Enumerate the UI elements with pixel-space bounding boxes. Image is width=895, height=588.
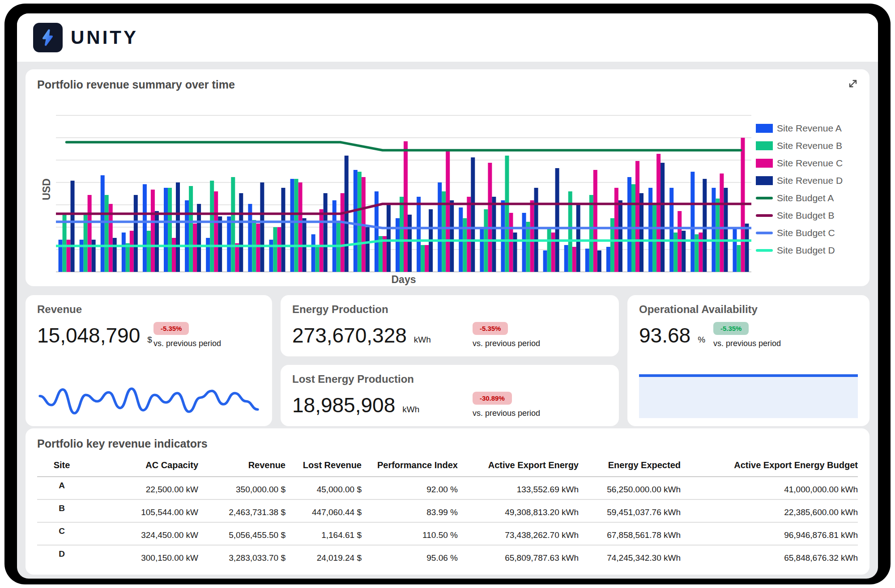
expand-diagonal-icon <box>847 77 859 90</box>
bar <box>513 233 517 272</box>
bar <box>151 190 155 272</box>
bar <box>547 229 551 272</box>
bar <box>627 177 631 272</box>
legend-item-site-budget-b[interactable]: Site Budget B <box>756 210 858 221</box>
bar <box>281 188 285 272</box>
energy-production-compare-label: vs. previous period <box>473 339 540 348</box>
bar <box>446 150 450 272</box>
table-row-site-a: A22,500.00 kW350,000.00 $45,000.00 $92.0… <box>37 477 858 499</box>
app-window: UNITY Portfolio revenue summary over tim… <box>17 13 878 579</box>
x-axis-label: Days <box>56 274 751 286</box>
table-cell: 41,000,000.00 kWh <box>681 477 858 499</box>
table-header-site: Site <box>37 456 86 477</box>
legend-item-site-revenue-d[interactable]: Site Revenue D <box>756 175 858 186</box>
bar <box>59 240 63 272</box>
bar <box>421 245 425 272</box>
bar <box>298 182 303 272</box>
bar <box>256 224 260 272</box>
table-cell: A <box>37 477 86 499</box>
legend-label: Site Budget A <box>777 193 834 203</box>
bar <box>509 213 513 272</box>
revenue-compare-label: vs. previous period <box>153 339 221 348</box>
bar <box>673 233 678 272</box>
legend-label: Site Budget C <box>777 228 835 238</box>
availability-value: 93.68 <box>639 323 690 347</box>
legend-swatch-site-revenue-a <box>756 124 773 133</box>
key-revenue-indicators-table: SiteAC CapacityRevenueLost RevenuePerfor… <box>37 456 858 567</box>
bar <box>724 188 728 272</box>
legend-item-site-revenue-b[interactable]: Site Revenue B <box>756 140 858 151</box>
bar <box>218 216 222 272</box>
table-cell: 65,809,787.63 kWh <box>458 545 579 567</box>
bar <box>576 204 580 272</box>
legend-item-site-budget-c[interactable]: Site Budget C <box>756 228 858 238</box>
table-cell: 59,451,037.76 kWh <box>579 499 681 522</box>
table-row-site-b: B105,544.00 kW2,463,731.38 $447,060.44 $… <box>37 499 858 522</box>
bar <box>425 245 429 272</box>
revenue-sparkline <box>37 376 260 418</box>
legend-item-site-budget-d[interactable]: Site Budget D <box>756 245 858 256</box>
bar <box>71 181 75 272</box>
table-cell: 447,060.44 $ <box>286 499 362 522</box>
bar <box>716 199 720 272</box>
bar <box>526 222 530 272</box>
legend-item-site-budget-a[interactable]: Site Budget A <box>756 193 858 203</box>
table-header-performance-index: Performance Index <box>362 456 458 477</box>
bar <box>354 170 358 272</box>
legend-item-site-revenue-a[interactable]: Site Revenue A <box>756 123 858 134</box>
bar <box>400 197 404 272</box>
bar <box>239 193 243 272</box>
bar <box>366 227 370 272</box>
table-cell: 56,250.000.00 kWh <box>579 477 681 499</box>
energy-production-value: 273,670,328 <box>292 323 407 347</box>
table-cell: 5,056,455.50 $ <box>198 522 286 545</box>
legend-label: Site Revenue A <box>777 123 842 134</box>
revenue-change-badge: -5.35% <box>153 322 189 335</box>
bar <box>341 193 345 272</box>
bar <box>126 243 130 272</box>
bar <box>273 227 277 272</box>
revenue-card: Revenue 15,048,790 $ -5.35% vs. previous… <box>26 295 272 426</box>
availability-title: Operational Availability <box>639 303 858 316</box>
table-cell: 133,552.69 kWh <box>458 477 579 499</box>
legend-swatch-site-revenue-c <box>756 159 773 168</box>
table-cell: 92.00 % <box>362 477 458 499</box>
bar <box>396 218 400 272</box>
table-cell: 49,308,813.20 kWh <box>458 499 579 522</box>
bar <box>712 188 716 272</box>
table-cell: D <box>37 545 86 567</box>
bar <box>572 247 576 272</box>
bar <box>652 204 656 272</box>
legend-swatch-site-revenue-b <box>756 141 773 150</box>
bar <box>480 227 484 272</box>
bar <box>176 182 180 272</box>
bar <box>669 188 673 272</box>
availability-unit: % <box>698 335 705 345</box>
bar <box>147 231 151 272</box>
bar <box>315 245 320 272</box>
bar <box>555 168 559 272</box>
bar <box>358 172 362 272</box>
bar <box>530 200 534 272</box>
table-title: Portfolio key revenue indicators <box>37 437 858 450</box>
app-header: UNITY <box>17 13 878 62</box>
bar <box>585 249 589 272</box>
chart-area: USD Days Site Revenue ASite Revenue BSit… <box>37 93 858 286</box>
table-row-site-c: C324,450.00 kW5,056,455.50 $1,164.61 $11… <box>37 522 858 545</box>
table-row-site-d: D300,150.00 kW3,283,033.70 $24,019.24 $9… <box>37 545 858 567</box>
bar <box>467 197 471 272</box>
legend-item-site-revenue-c[interactable]: Site Revenue C <box>756 158 858 169</box>
bar <box>593 170 597 272</box>
bar <box>214 191 218 272</box>
table-cell: 1,164.61 $ <box>286 522 362 545</box>
bar <box>551 233 555 272</box>
bar <box>101 175 105 272</box>
bar <box>463 218 467 272</box>
bar <box>155 211 159 272</box>
bar <box>492 197 496 272</box>
bar <box>189 186 193 272</box>
expand-chart-button[interactable] <box>846 77 860 91</box>
bar <box>589 195 593 272</box>
bar <box>375 191 379 272</box>
key-revenue-indicators-card: Portfolio key revenue indicators SiteAC … <box>26 428 869 575</box>
